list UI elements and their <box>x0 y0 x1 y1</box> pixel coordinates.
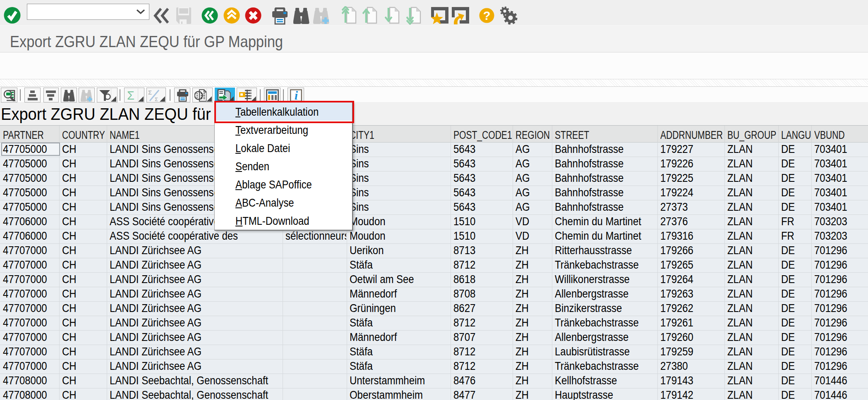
svg-text:?: ? <box>483 9 491 22</box>
svg-text:Σ: Σ <box>155 96 158 102</box>
svg-text:Σ: Σ <box>148 89 152 96</box>
svg-text:i: i <box>294 89 298 102</box>
